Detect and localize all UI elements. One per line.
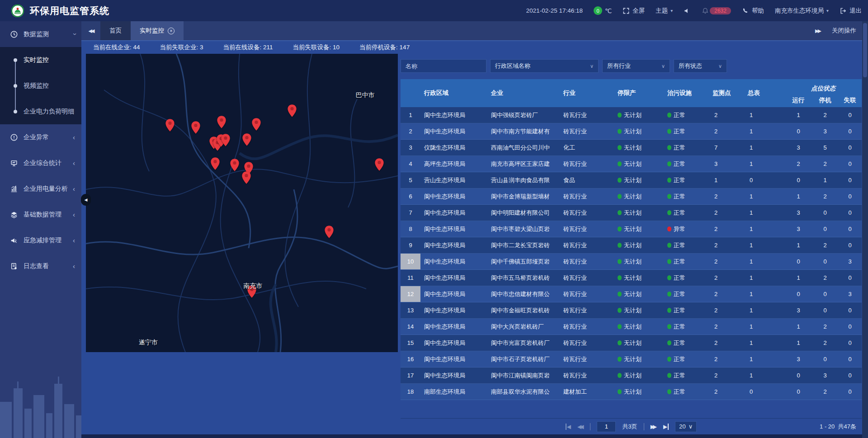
table-row[interactable]: 7阆中生态环境局阆中明阳建材有限公司砖瓦行业无计划正常21300	[401, 205, 862, 221]
cell-facility-status: 正常	[664, 172, 709, 188]
cell-industry: 化工	[560, 140, 614, 155]
cell-offline-count: 3	[838, 286, 862, 302]
cell-meter-count: 1	[744, 286, 785, 302]
logout-button[interactable]: 退出	[840, 7, 862, 15]
sidebar-item-企业用电量分析[interactable]: 企业用电量分析‹	[0, 176, 81, 202]
sidebar-item-日志查看[interactable]: 日志查看‹	[0, 253, 81, 279]
table-row[interactable]: 10阆中生态环境局阆中千佛镇五郎垭页岩砖瓦行业无计划正常21003	[401, 254, 862, 270]
industry-select[interactable]: 所有行业 ∨	[602, 59, 670, 73]
sidebar-subitem-企业电力负荷明细[interactable]: 企业电力负荷明细	[0, 99, 81, 124]
cell-production-status: 无计划	[614, 221, 664, 237]
table-row[interactable]: 6阆中生态环境局阆中市金博瑞新型墙材砖瓦行业无计划正常21120	[401, 188, 862, 205]
map-pin[interactable]	[210, 157, 220, 170]
map-pin[interactable]	[165, 118, 175, 132]
col-group-point-status: 点位状态 运行 停机 失联	[785, 79, 862, 107]
table-row[interactable]: 17阆中生态环境局阆中市江南镇阆南页岩砖瓦行业无计划正常21030	[401, 367, 862, 384]
table-row[interactable]: 16阆中生态环境局阆中市石子页岩机砖厂砖瓦行业无计划正常21300	[401, 351, 862, 367]
status-dot-green-icon	[667, 145, 671, 150]
map-pin[interactable]	[324, 225, 334, 239]
cell-company: 阆中市金博瑞新型墙材	[487, 188, 560, 204]
cell-company: 南部县双华水泥有限公	[487, 384, 560, 400]
close-operations-button[interactable]: 关闭操作	[832, 27, 856, 35]
sidebar-item-企业异常[interactable]: 企业异常‹	[0, 124, 81, 150]
table-row[interactable]: 5营山生态环境局营山县润丰肉食品有限食品无计划正常10010	[401, 172, 862, 188]
status-select[interactable]: 所有状态 ∨	[674, 59, 727, 73]
theme-button[interactable]: 主题▾	[656, 7, 673, 15]
divider	[590, 423, 590, 430]
status-dot-green-icon	[667, 308, 671, 313]
cell-stopped-count: 1	[812, 172, 838, 188]
sidebar-item-应急减排管理[interactable]: 应急减排管理‹	[0, 227, 81, 253]
map-pin[interactable]	[191, 121, 201, 134]
table-row[interactable]: 4高坪生态环境局南充市高坪区王家店建砖瓦行业无计划正常31220	[401, 156, 862, 172]
table-row[interactable]: 2阆中生态环境局阆中市南方节能建材有砖瓦行业无计划正常21030	[401, 123, 862, 140]
mute-button[interactable]	[684, 7, 691, 14]
tabs-scroll-left-button[interactable]: ◀◀	[81, 21, 100, 40]
scrollbar-thumb[interactable]	[863, 23, 867, 77]
page-number-input[interactable]	[597, 421, 616, 432]
cell-region: 阆中生态环境局	[420, 367, 487, 383]
status-dot-green-icon	[618, 243, 622, 248]
close-icon[interactable]: ×	[168, 28, 175, 34]
tab-首页[interactable]: 首页	[100, 21, 131, 40]
cell-industry: 砖瓦行业	[560, 254, 614, 269]
sidebar-item-数据监测[interactable]: 数据监测‹	[0, 21, 81, 47]
cell-meter-count: 1	[744, 237, 785, 253]
sidebar-item-基础数据管理[interactable]: 基础数据管理‹	[0, 202, 81, 227]
bell-icon	[702, 7, 709, 14]
region-select[interactable]: 行政区域名称 ∨	[490, 59, 599, 73]
cell-offline-count: 0	[838, 205, 862, 221]
table-row[interactable]: 15阆中生态环境局阆中市光富页岩机砖厂砖瓦行业无计划正常21120	[401, 335, 862, 351]
notification-button[interactable]: 2632	[702, 7, 731, 14]
table-body: 1阆中生态环境局阆中强锐页岩砖厂砖瓦行业无计划正常211202阆中生态环境局阆中…	[401, 107, 862, 418]
sidebar-item-企业综合统计[interactable]: 企业综合统计‹	[0, 150, 81, 176]
map-pin[interactable]	[241, 171, 251, 184]
map-pin[interactable]	[242, 133, 252, 146]
fullscreen-button[interactable]: 全屏	[623, 7, 645, 15]
tab-实时监控[interactable]: 实时监控×	[131, 21, 184, 40]
next-page-button[interactable]: ▶▶	[651, 424, 657, 430]
table-row[interactable]: 14阆中生态环境局阆中大兴页岩机砖厂砖瓦行业无计划正常21120	[401, 319, 862, 335]
map-pin[interactable]	[287, 104, 297, 118]
table-row[interactable]: 9阆中生态环境局阆中市二龙长宝页岩砖砖瓦行业无计划正常21120	[401, 237, 862, 254]
sidebar-item-label: 企业异常	[24, 133, 73, 141]
table-row[interactable]: 8阆中生态环境局阆中市枣碧大梁山页岩砖瓦行业无计划异常21300	[401, 221, 862, 237]
map-pin[interactable]	[374, 158, 384, 171]
name-search-input[interactable]	[401, 59, 486, 73]
scrollbar-track[interactable]	[862, 21, 868, 438]
cell-stopped-count: 0	[812, 286, 838, 302]
table-row[interactable]: 3仪陇生态环境局西南油气田分公司川中化工无计划正常71350	[401, 140, 862, 156]
map-pin[interactable]	[230, 158, 240, 172]
table-row[interactable]: 12阆中生态环境局阆中市忠信建材有限公砖瓦行业无计划正常21003	[401, 286, 862, 302]
table-row[interactable]: 13阆中生态环境局阆中市金福旺页岩机砖砖瓦行业无计划正常21300	[401, 302, 862, 319]
cell-index: 15	[401, 335, 420, 351]
table-row[interactable]: 18南部生态环境局南部县双华水泥有限公建材加工无计划正常20020	[401, 384, 862, 400]
cell-production-status: 无计划	[614, 302, 664, 318]
last-page-button[interactable]: ▶	[663, 424, 669, 430]
tab-label: 实时监控	[140, 27, 164, 35]
map-pin[interactable]	[221, 133, 231, 147]
map-pin[interactable]	[217, 115, 226, 129]
cell-facility-status: 正常	[664, 123, 709, 139]
sidebar-subitem-视频监控[interactable]: 视频监控	[0, 73, 81, 99]
sidebar-item-label: 应急减排管理	[24, 236, 73, 245]
sidebar-subitem-实时监控[interactable]: 实时监控	[0, 47, 81, 73]
cell-offline-count: 0	[838, 140, 862, 155]
first-page-button[interactable]: ◀	[566, 424, 571, 430]
prev-page-button[interactable]: ◀◀	[577, 424, 584, 430]
page-size-select[interactable]: 20 ∨	[675, 421, 697, 432]
table-row[interactable]: 1阆中生态环境局阆中强锐页岩砖厂砖瓦行业无计划正常21120	[401, 107, 862, 123]
map-canvas[interactable]: 巴中市南充市遂宁市 ◀	[86, 54, 398, 352]
tabs-scroll-right-button[interactable]: ▶▶	[815, 28, 820, 34]
status-dot-green-icon	[618, 275, 622, 280]
help-button[interactable]: 帮助	[742, 7, 764, 15]
cell-offline-count: 0	[838, 351, 862, 367]
cell-facility-status: 正常	[664, 302, 709, 318]
map-pin[interactable]	[251, 118, 261, 131]
org-menu-button[interactable]: 南充市生态环境局▾	[775, 7, 829, 15]
bottom-strip	[81, 434, 868, 438]
table-row[interactable]: 11阆中生态环境局阆中市五马桥页岩机砖砖瓦行业无计划正常21120	[401, 270, 862, 286]
cell-offline-count: 0	[838, 237, 862, 253]
sidebar-collapse-handle[interactable]: ◀	[81, 194, 91, 206]
status-dot-green-icon	[667, 275, 671, 280]
